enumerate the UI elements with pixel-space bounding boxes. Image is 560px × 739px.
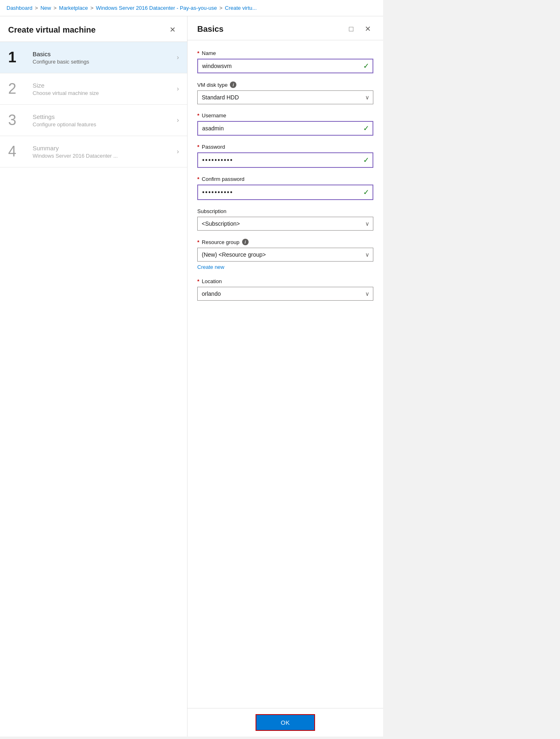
left-panel: Create virtual machine ✕ 1 Basics Config…	[0, 16, 187, 737]
name-required-star: *	[197, 50, 199, 56]
confirm-password-label: * Confirm password	[197, 176, 373, 182]
name-field-group: * Name ✓	[197, 50, 373, 73]
resource-group-select[interactable]: (New) <Resource group>	[197, 248, 373, 262]
vm-disk-type-select-wrapper: Standard HDD Premium SSD Standard SSD ∨	[197, 90, 373, 104]
step-chevron-4: ›	[177, 148, 179, 155]
location-required-star: *	[197, 278, 199, 284]
password-field-group: * Password ✓	[197, 144, 373, 168]
step-number-2: 2	[8, 81, 29, 96]
resource-group-field-group: * Resource group i (New) <Resource group…	[197, 239, 373, 270]
create-new-link[interactable]: Create new	[197, 264, 224, 270]
ok-button[interactable]: OK	[256, 714, 315, 731]
step-desc-size: Choose virtual machine size	[33, 90, 173, 96]
password-label: * Password	[197, 144, 373, 150]
breadcrumb-new[interactable]: New	[40, 5, 51, 11]
step-item-settings[interactable]: 3 Settings Configure optional features ›	[0, 105, 187, 136]
vm-disk-type-info-icon: i	[230, 81, 236, 88]
subscription-label: Subscription	[197, 208, 373, 214]
username-label-text: Username	[202, 112, 226, 119]
breadcrumb-sep-1: >	[35, 5, 38, 11]
left-panel-close-button[interactable]: ✕	[166, 24, 179, 36]
step-title-size: Size	[33, 82, 173, 89]
confirm-password-field-group: * Confirm password ✓	[197, 176, 373, 200]
password-input[interactable]	[197, 152, 373, 168]
resource-group-required-star: *	[197, 239, 199, 245]
username-input-wrapper: ✓	[197, 121, 373, 136]
breadcrumb-current: Create virtu...	[225, 5, 257, 11]
bottom-bar: OK	[187, 708, 383, 737]
resource-group-label: * Resource group i	[197, 239, 373, 245]
step-item-summary[interactable]: 4 Summary Windows Server 2016 Datacenter…	[0, 136, 187, 167]
step-title-basics: Basics	[33, 51, 173, 57]
subscription-label-text: Subscription	[197, 208, 227, 214]
step-info-4: Summary Windows Server 2016 Datacenter .…	[33, 145, 173, 159]
password-input-wrapper: ✓	[197, 152, 373, 168]
name-label-text: Name	[202, 50, 216, 56]
breadcrumb-dashboard[interactable]: Dashboard	[7, 5, 33, 11]
location-select-wrapper: orlando eastus westus ∨	[197, 287, 373, 301]
right-panel: Basics □ ✕ * Name ✓ VM dis	[187, 16, 383, 737]
location-select[interactable]: orlando eastus westus	[197, 287, 373, 301]
right-panel-actions: □ ✕	[346, 24, 373, 34]
step-number-3: 3	[8, 113, 29, 128]
step-item-size[interactable]: 2 Size Choose virtual machine size ›	[0, 73, 187, 105]
right-panel-close-button[interactable]: ✕	[362, 24, 373, 34]
step-chevron-2: ›	[177, 85, 179, 92]
subscription-field-group: Subscription <Subscription> ∨	[197, 208, 373, 231]
username-required-star: *	[197, 112, 199, 119]
location-field-group: * Location orlando eastus westus ∨	[197, 278, 373, 301]
left-panel-title: Create virtual machine	[8, 25, 96, 35]
step-chevron-1: ›	[177, 54, 179, 61]
password-required-star: *	[197, 144, 199, 150]
username-label: * Username	[197, 112, 373, 119]
step-info-1: Basics Configure basic settings	[33, 51, 173, 65]
step-chevron-3: ›	[177, 117, 179, 124]
step-title-settings: Settings	[33, 113, 173, 120]
username-input[interactable]	[197, 121, 373, 136]
resource-group-info-icon: i	[242, 239, 249, 245]
resource-group-label-text: Resource group	[202, 239, 240, 245]
step-desc-settings: Configure optional features	[33, 121, 173, 128]
name-label: * Name	[197, 50, 373, 56]
vm-disk-type-group: VM disk type i Standard HDD Premium SSD …	[197, 81, 373, 104]
confirm-password-input[interactable]	[197, 185, 373, 200]
main-container: Create virtual machine ✕ 1 Basics Config…	[0, 16, 383, 737]
right-panel-title: Basics	[197, 24, 224, 34]
confirm-password-label-text: Confirm password	[202, 176, 245, 182]
left-panel-header: Create virtual machine ✕	[0, 16, 187, 42]
location-label: * Location	[197, 278, 373, 284]
vm-disk-type-select[interactable]: Standard HDD Premium SSD Standard SSD	[197, 90, 373, 104]
step-desc-basics: Configure basic settings	[33, 59, 173, 65]
step-desc-summary: Windows Server 2016 Datacenter ...	[33, 153, 173, 159]
step-info-2: Size Choose virtual machine size	[33, 82, 173, 96]
right-panel-header: Basics □ ✕	[187, 16, 383, 40]
vm-disk-type-label-text: VM disk type	[197, 82, 227, 88]
breadcrumb-marketplace[interactable]: Marketplace	[59, 5, 88, 11]
confirm-password-required-star: *	[197, 176, 199, 182]
password-label-text: Password	[202, 144, 225, 150]
name-input-wrapper: ✓	[197, 59, 373, 73]
steps-list: 1 Basics Configure basic settings › 2 Si…	[0, 42, 187, 737]
breadcrumb-product[interactable]: Windows Server 2016 Datacenter - Pay-as-…	[96, 5, 217, 11]
step-number-1: 1	[8, 50, 29, 65]
username-field-group: * Username ✓	[197, 112, 373, 136]
subscription-select[interactable]: <Subscription>	[197, 217, 373, 231]
maximize-button[interactable]: □	[346, 24, 356, 34]
location-label-text: Location	[202, 278, 222, 284]
step-title-summary: Summary	[33, 145, 173, 152]
step-item-basics[interactable]: 1 Basics Configure basic settings ›	[0, 42, 187, 73]
resource-group-select-wrapper: (New) <Resource group> ∨	[197, 248, 373, 262]
step-info-3: Settings Configure optional features	[33, 113, 173, 128]
vm-disk-type-label: VM disk type i	[197, 81, 373, 88]
confirm-password-input-wrapper: ✓	[197, 185, 373, 200]
breadcrumb-sep-2: >	[53, 5, 57, 11]
subscription-select-wrapper: <Subscription> ∨	[197, 217, 373, 231]
breadcrumb-sep-4: >	[219, 5, 223, 11]
breadcrumb: Dashboard > New > Marketplace > Windows …	[0, 0, 383, 16]
step-number-4: 4	[8, 144, 29, 159]
name-input[interactable]	[197, 59, 373, 73]
breadcrumb-sep-3: >	[90, 5, 94, 11]
form-area: * Name ✓ VM disk type i Standard HDD P	[187, 40, 383, 708]
